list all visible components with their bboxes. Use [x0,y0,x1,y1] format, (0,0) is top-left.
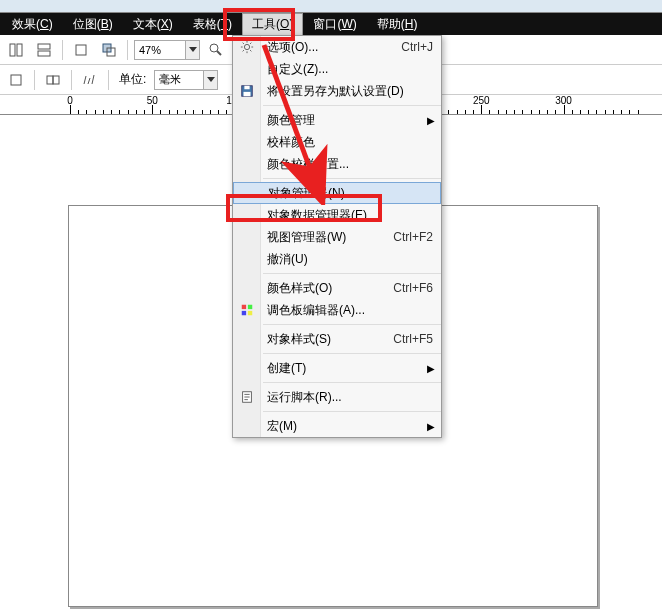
svg-rect-3 [38,51,50,56]
menu-文本[interactable]: 文本(X) [123,13,183,36]
menu-item-label: 创建(T) [261,360,427,377]
svg-rect-22 [248,311,252,315]
menu-item-颜色管理[interactable]: 颜色管理▶ [233,109,441,131]
menu-item-label: 视图管理器(W) [261,229,393,246]
menu-表格[interactable]: 表格(T) [183,13,242,36]
titlebar [0,0,662,13]
menu-item-创建T[interactable]: 创建(T)▶ [233,357,441,379]
ruler-label: 50 [147,95,158,106]
submenu-arrow-icon: ▶ [427,421,441,432]
save-icon [233,84,261,98]
menu-item-label: 选项(O)... [261,39,401,56]
submenu-arrow-icon: ▶ [427,363,441,374]
unit-input[interactable] [155,71,203,89]
menu-item-颜色校样设置[interactable]: 颜色校样设置... [233,153,441,175]
menu-item-视图管理器W[interactable]: 视图管理器(W)Ctrl+F2 [233,226,441,248]
tool-b1[interactable] [4,68,28,92]
menu-item-对象管理器N[interactable]: 对象管理器(N) [233,182,441,204]
menu-item-label: 将设置另存为默认设置(D) [261,83,441,100]
menu-item-label: 对象管理器(N) [262,185,440,202]
menu-item-label: 调色板编辑器(A)... [261,302,441,319]
menu-效果[interactable]: 效果(C) [2,13,63,36]
tool-zoom-icon[interactable] [204,38,228,62]
ruler-label: 300 [555,95,572,106]
tool-b2[interactable] [41,68,65,92]
svg-rect-18 [244,92,251,96]
ruler-label: 250 [473,95,490,106]
menu-item-对象数据管理器E[interactable]: 对象数据管理器(E) [233,204,441,226]
unit-dropdown-icon[interactable] [203,71,217,89]
menu-shortcut: Ctrl+F6 [393,281,441,295]
menu-位图[interactable]: 位图(B) [63,13,123,36]
menu-shortcut: Ctrl+F2 [393,230,441,244]
unit-control[interactable] [154,70,218,90]
zoom-input[interactable] [135,41,185,59]
svg-rect-11 [53,76,59,84]
svg-line-14 [92,75,94,84]
svg-rect-19 [242,305,246,309]
menu-帮助[interactable]: 帮助(H) [367,13,428,36]
svg-rect-9 [11,75,21,85]
svg-rect-17 [244,86,249,90]
svg-rect-21 [242,311,246,315]
zoom-dropdown-icon[interactable] [185,41,199,59]
menu-item-label: 宏(M) [261,418,427,435]
svg-rect-10 [47,76,53,84]
menu-item-label: 运行脚本(R)... [261,389,441,406]
svg-rect-0 [10,44,15,56]
menu-item-撤消U[interactable]: 撤消(U) [233,248,441,270]
submenu-arrow-icon: ▶ [427,115,441,126]
menu-item-宏M[interactable]: 宏(M)▶ [233,415,441,437]
script-icon [233,390,261,404]
tools-menu: 选项(O)...Ctrl+J自定义(Z)...将设置另存为默认设置(D)颜色管理… [232,35,442,438]
menu-item-label: 颜色样式(O) [261,280,393,297]
svg-rect-20 [248,305,252,309]
svg-rect-2 [38,44,50,49]
svg-line-12 [84,76,86,84]
menu-item-将设置另存为默认设置D[interactable]: 将设置另存为默认设置(D) [233,80,441,102]
menu-item-校样颜色[interactable]: 校样颜色 [233,131,441,153]
tool-opt2[interactable] [97,38,121,62]
menu-shortcut: Ctrl+F5 [393,332,441,346]
menu-item-label: 自定义(Z)... [261,61,441,78]
menu-item-label: 对象样式(S) [261,331,393,348]
svg-line-13 [88,78,90,84]
svg-rect-1 [17,44,22,56]
menu-item-对象样式S[interactable]: 对象样式(S)Ctrl+F5 [233,328,441,350]
ruler-label: 0 [67,95,73,106]
tool-b3[interactable] [78,68,102,92]
menu-item-自定义Z[interactable]: 自定义(Z)... [233,58,441,80]
menu-item-调色板编辑器A[interactable]: 调色板编辑器(A)... [233,299,441,321]
zoom-control[interactable] [134,40,200,60]
menu-item-选项O[interactable]: 选项(O)...Ctrl+J [233,36,441,58]
menu-item-label: 撤消(U) [261,251,441,268]
svg-rect-4 [76,45,86,55]
tool-view2[interactable] [32,38,56,62]
menu-item-label: 对象数据管理器(E) [261,207,441,224]
palette-icon [233,303,261,317]
tool-view1[interactable] [4,38,28,62]
menu-item-颜色样式O[interactable]: 颜色样式(O)Ctrl+F6 [233,277,441,299]
tool-opt1[interactable] [69,38,93,62]
menu-item-label: 颜色校样设置... [261,156,441,173]
svg-line-8 [217,51,221,55]
menubar: 效果(C)位图(B)文本(X)表格(T)工具(O)窗口(W)帮助(H) [0,13,662,35]
svg-point-7 [210,44,218,52]
menu-工具[interactable]: 工具(O) [242,13,303,36]
gear-icon [233,40,261,54]
menu-shortcut: Ctrl+J [401,40,441,54]
menu-item-label: 颜色管理 [261,112,427,129]
menu-item-label: 校样颜色 [261,134,441,151]
menu-item-运行脚本R[interactable]: 运行脚本(R)... [233,386,441,408]
unit-label: 单位: [119,71,146,88]
menu-窗口[interactable]: 窗口(W) [303,13,366,36]
svg-point-15 [244,44,249,49]
